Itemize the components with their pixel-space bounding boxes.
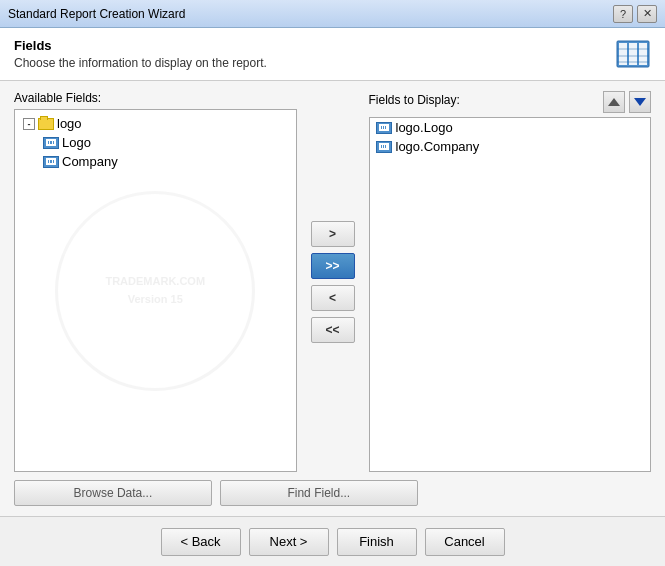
svg-rect-3 — [639, 43, 647, 65]
tree-root-item[interactable]: - logo — [19, 114, 296, 133]
add-all-button[interactable]: >> — [311, 253, 355, 279]
sort-buttons — [603, 91, 651, 113]
tree-child-company-label: Company — [62, 154, 118, 169]
find-field-button[interactable]: Find Field... — [220, 480, 418, 506]
report-icon — [615, 38, 651, 70]
watermark: TRADEMARK.COMVersion 15 — [55, 191, 255, 391]
folder-icon — [38, 118, 54, 130]
dialog-footer: < Back Next > Finish Cancel — [0, 516, 665, 566]
display-field-icon-logo — [376, 122, 392, 134]
title-bar: Standard Report Creation Wizard ? ✕ — [0, 0, 665, 28]
fields-header-text: Fields Choose the information to display… — [14, 38, 267, 70]
tree-child-company[interactable]: Company — [39, 152, 296, 171]
fields-header: Fields Choose the information to display… — [0, 28, 665, 81]
browse-spacer — [426, 480, 651, 506]
dialog-body: Fields Choose the information to display… — [0, 28, 665, 516]
add-one-button[interactable]: > — [311, 221, 355, 247]
cancel-button[interactable]: Cancel — [425, 528, 505, 556]
svg-rect-1 — [619, 43, 627, 65]
section-title: Fields — [14, 38, 267, 53]
title-bar-buttons: ? ✕ — [613, 5, 657, 23]
arrow-up-icon — [608, 98, 620, 106]
tree-child-logo[interactable]: Logo — [39, 133, 296, 152]
remove-all-button[interactable]: << — [311, 317, 355, 343]
display-item-company[interactable]: logo.Company — [370, 137, 651, 156]
browse-data-button[interactable]: Browse Data... — [14, 480, 212, 506]
window-title: Standard Report Creation Wizard — [8, 7, 185, 21]
close-button[interactable]: ✕ — [637, 5, 657, 23]
back-button[interactable]: < Back — [161, 528, 241, 556]
sort-up-button[interactable] — [603, 91, 625, 113]
right-panel: Fields to Display: — [369, 91, 652, 472]
finish-button[interactable]: Finish — [337, 528, 417, 556]
next-button[interactable]: Next > — [249, 528, 329, 556]
field-icon-logo — [43, 137, 59, 149]
fields-main: Available Fields: TRADEMARK.COMVersion 1… — [0, 81, 665, 516]
right-panel-header: Fields to Display: — [369, 91, 652, 113]
tree-root-label: logo — [57, 116, 82, 131]
transfer-buttons: > >> < << — [305, 91, 361, 472]
tree-toggle-icon[interactable]: - — [23, 118, 35, 130]
fields-to-display-box[interactable]: logo.Logo logo.Company — [369, 117, 652, 472]
display-item-logo[interactable]: logo.Logo — [370, 118, 651, 137]
remove-one-button[interactable]: < — [311, 285, 355, 311]
available-fields-box[interactable]: TRADEMARK.COMVersion 15 - logo — [14, 109, 297, 472]
section-description: Choose the information to display on the… — [14, 56, 267, 70]
display-item-logo-label: logo.Logo — [396, 120, 453, 135]
bottom-browse-buttons: Browse Data... Find Field... — [14, 480, 651, 506]
display-field-icon-company — [376, 141, 392, 153]
display-item-company-label: logo.Company — [396, 139, 480, 154]
tree-child-logo-label: Logo — [62, 135, 91, 150]
help-button[interactable]: ? — [613, 5, 633, 23]
left-panel: Available Fields: TRADEMARK.COMVersion 1… — [14, 91, 297, 472]
available-fields-label: Available Fields: — [14, 91, 297, 105]
arrow-down-icon — [634, 98, 646, 106]
fields-panels: Available Fields: TRADEMARK.COMVersion 1… — [14, 91, 651, 472]
fields-to-display-label: Fields to Display: — [369, 93, 460, 107]
sort-down-button[interactable] — [629, 91, 651, 113]
svg-rect-2 — [629, 43, 637, 65]
field-icon-company — [43, 156, 59, 168]
